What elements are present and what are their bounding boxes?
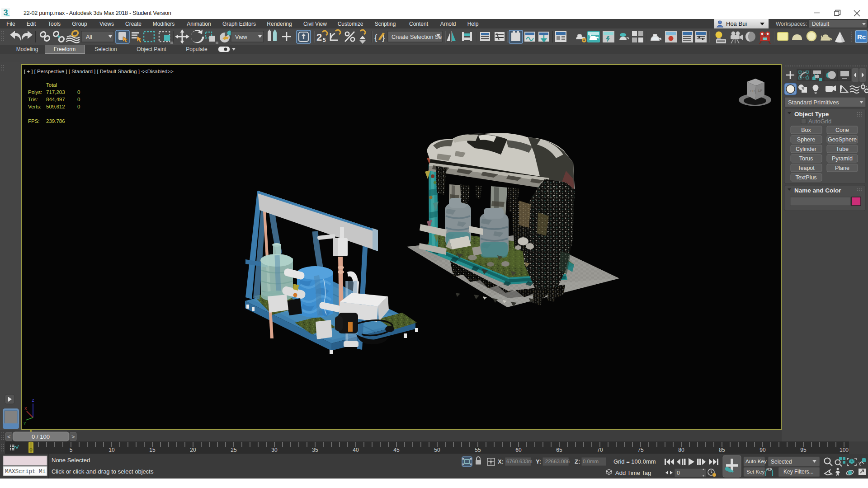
svg-text:25: 25: [231, 447, 237, 453]
svg-text:[ + ] [ Perspective ] [ Standa: [ + ] [ Perspective ] [ Standard ] [ Def…: [24, 69, 174, 74]
svg-text:Set Key: Set Key: [746, 469, 765, 474]
svg-text:15: 15: [149, 447, 156, 453]
svg-text:View: View: [235, 34, 248, 40]
svg-text:Rc: Rc: [857, 33, 866, 41]
svg-text:All: All: [86, 34, 92, 40]
svg-text:-22663.086: -22663.086: [543, 459, 570, 464]
svg-text:MAXScript Mi: MAXScript Mi: [5, 469, 46, 475]
svg-text:{: {: [374, 33, 377, 42]
svg-text:35: 35: [312, 447, 318, 453]
svg-text:50: 50: [434, 447, 440, 453]
svg-text:0: 0: [677, 470, 680, 476]
svg-text:FPS:: FPS:: [28, 118, 40, 124]
svg-text:Y: Y: [24, 421, 26, 426]
svg-text:30: 30: [271, 447, 278, 453]
svg-text:239.786: 239.786: [46, 118, 65, 124]
svg-text:Name and Color: Name and Color: [794, 187, 841, 194]
svg-text:65: 65: [556, 447, 562, 453]
svg-text:Cone: Cone: [835, 127, 849, 133]
svg-text:Tube: Tube: [836, 146, 849, 152]
svg-text:0: 0: [77, 97, 80, 102]
svg-text:2: 2: [316, 32, 322, 43]
svg-text:40: 40: [353, 447, 359, 453]
svg-text:60: 60: [515, 447, 522, 453]
svg-text:0 / 100: 0 / 100: [32, 433, 50, 440]
svg-text:5: 5: [323, 37, 326, 43]
svg-text:Click or click-and-drag to sel: Click or click-and-drag to select object…: [52, 468, 154, 475]
svg-text:Torus: Torus: [799, 155, 813, 162]
svg-text:45: 45: [393, 447, 400, 453]
svg-text:0: 0: [29, 447, 32, 452]
svg-text:509,612: 509,612: [46, 104, 65, 109]
svg-text:Teapot: Teapot: [797, 165, 815, 171]
svg-text:Sphere: Sphere: [797, 136, 815, 143]
svg-text:Key Filters...: Key Filters...: [783, 469, 814, 475]
svg-text:Grid = 100.0mm: Grid = 100.0mm: [613, 458, 656, 465]
svg-text:Pyramid: Pyramid: [832, 155, 853, 162]
svg-text:90: 90: [760, 447, 766, 453]
svg-text:95: 95: [800, 447, 807, 453]
svg-text:Total: Total: [46, 82, 57, 88]
svg-text:<: <: [7, 433, 11, 440]
svg-text:LF: LF: [758, 89, 762, 93]
svg-text:None Selected: None Selected: [52, 457, 90, 464]
svg-text:Auto Key: Auto Key: [745, 459, 767, 464]
svg-text:10: 10: [108, 447, 115, 453]
svg-text:Z:: Z:: [575, 458, 580, 465]
svg-text:0: 0: [77, 104, 80, 109]
svg-text:Verts:: Verts:: [28, 104, 41, 109]
svg-text:85: 85: [719, 447, 725, 453]
svg-text:AutoGrid: AutoGrid: [808, 118, 831, 125]
svg-text:70: 70: [597, 447, 603, 453]
svg-text:TextPlus: TextPlus: [795, 174, 816, 181]
svg-text:0.0mm: 0.0mm: [583, 459, 599, 464]
svg-text:Y:: Y:: [536, 458, 541, 465]
svg-text:X:: X:: [498, 458, 504, 465]
svg-text:GeoSphere: GeoSphere: [828, 136, 857, 143]
svg-text:Cylinder: Cylinder: [796, 146, 816, 152]
svg-text:Standard Primitives: Standard Primitives: [788, 99, 839, 106]
svg-text:844,497: 844,497: [46, 97, 65, 102]
svg-text:80: 80: [678, 447, 684, 453]
svg-text:55: 55: [475, 447, 481, 453]
svg-text:X: X: [24, 406, 27, 411]
svg-text:Polys:: Polys:: [28, 89, 42, 95]
svg-text:Box: Box: [801, 127, 811, 133]
svg-text:FR: FR: [750, 89, 755, 93]
svg-text:717,203: 717,203: [46, 89, 65, 95]
svg-text:Plane: Plane: [835, 165, 849, 171]
svg-text:100: 100: [840, 447, 849, 453]
svg-text:Z: Z: [32, 398, 34, 403]
svg-text:0: 0: [77, 89, 80, 95]
svg-text:Object Type: Object Type: [794, 111, 829, 117]
svg-text:>: >: [71, 433, 75, 440]
svg-text:75: 75: [637, 447, 644, 453]
svg-text:5: 5: [70, 447, 73, 453]
svg-text:Add Time Tag: Add Time Tag: [615, 469, 651, 476]
svg-text:Tris:: Tris:: [28, 97, 38, 102]
svg-text:6760.633m: 6760.633m: [506, 459, 533, 464]
svg-text:Selected: Selected: [771, 459, 792, 465]
svg-text:20: 20: [190, 447, 196, 453]
svg-text:Create Selection Se: Create Selection Se: [392, 34, 442, 40]
